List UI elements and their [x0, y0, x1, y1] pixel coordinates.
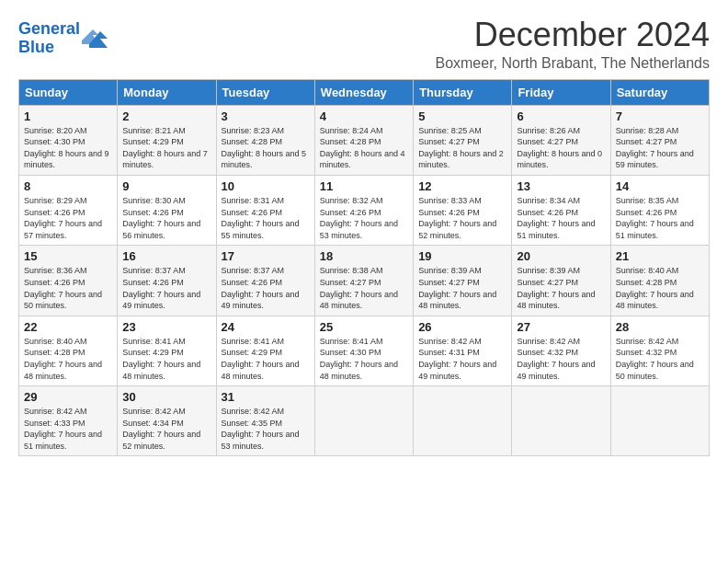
- day-cell-18: 18Sunrise: 8:38 AMSunset: 4:27 PMDayligh…: [314, 246, 413, 316]
- column-header-friday: Friday: [512, 79, 610, 105]
- day-detail: Sunrise: 8:41 AMSunset: 4:30 PMDaylight:…: [320, 336, 408, 382]
- day-detail: Sunrise: 8:31 AMSunset: 4:26 PMDaylight:…: [222, 195, 310, 241]
- day-detail: Sunrise: 8:39 AMSunset: 4:27 PMDaylight:…: [517, 265, 605, 311]
- day-cell-2: 2Sunrise: 8:21 AMSunset: 4:29 PMDaylight…: [118, 105, 216, 175]
- day-detail: Sunrise: 8:32 AMSunset: 4:26 PMDaylight:…: [320, 195, 408, 241]
- day-cell-5: 5Sunrise: 8:25 AMSunset: 4:27 PMDaylight…: [414, 105, 512, 175]
- column-header-wednesday: Wednesday: [314, 79, 413, 105]
- day-cell-26: 26Sunrise: 8:42 AMSunset: 4:31 PMDayligh…: [414, 316, 512, 385]
- day-number: 17: [222, 249, 310, 263]
- day-detail: Sunrise: 8:21 AMSunset: 4:29 PMDaylight:…: [122, 125, 210, 171]
- header: General Blue December 2024 Boxmeer, Nort…: [18, 17, 710, 72]
- day-detail: Sunrise: 8:42 AMSunset: 4:33 PMDaylight:…: [24, 406, 112, 452]
- day-cell-30: 30Sunrise: 8:42 AMSunset: 4:34 PMDayligh…: [118, 386, 216, 456]
- week-row-1: 1Sunrise: 8:20 AMSunset: 4:30 PMDaylight…: [19, 105, 710, 175]
- day-number: 21: [616, 249, 704, 263]
- day-number: 8: [24, 179, 112, 193]
- logo: General Blue: [18, 20, 108, 57]
- day-detail: Sunrise: 8:42 AMSunset: 4:32 PMDaylight:…: [616, 336, 704, 382]
- day-cell-7: 7Sunrise: 8:28 AMSunset: 4:27 PMDaylight…: [610, 105, 709, 175]
- day-number: 28: [616, 320, 704, 334]
- logo-line2: Blue: [18, 38, 54, 56]
- day-cell-10: 10Sunrise: 8:31 AMSunset: 4:26 PMDayligh…: [216, 175, 314, 245]
- day-number: 26: [418, 320, 506, 334]
- day-cell-21: 21Sunrise: 8:40 AMSunset: 4:28 PMDayligh…: [610, 246, 709, 316]
- day-cell-14: 14Sunrise: 8:35 AMSunset: 4:26 PMDayligh…: [610, 175, 709, 245]
- day-cell-29: 29Sunrise: 8:42 AMSunset: 4:33 PMDayligh…: [19, 386, 118, 456]
- day-cell-19: 19Sunrise: 8:39 AMSunset: 4:27 PMDayligh…: [414, 246, 512, 316]
- day-cell-11: 11Sunrise: 8:32 AMSunset: 4:26 PMDayligh…: [314, 175, 413, 245]
- week-row-4: 22Sunrise: 8:40 AMSunset: 4:28 PMDayligh…: [19, 316, 710, 385]
- empty-cell: [610, 386, 709, 456]
- day-number: 24: [222, 320, 310, 334]
- empty-cell: [512, 386, 610, 456]
- day-detail: Sunrise: 8:42 AMSunset: 4:34 PMDaylight:…: [122, 406, 210, 452]
- day-cell-23: 23Sunrise: 8:41 AMSunset: 4:29 PMDayligh…: [118, 316, 216, 385]
- day-number: 31: [222, 390, 310, 404]
- day-number: 19: [418, 249, 506, 263]
- column-header-sunday: Sunday: [19, 79, 118, 105]
- day-number: 5: [418, 109, 506, 123]
- day-cell-28: 28Sunrise: 8:42 AMSunset: 4:32 PMDayligh…: [610, 316, 709, 385]
- day-cell-20: 20Sunrise: 8:39 AMSunset: 4:27 PMDayligh…: [512, 246, 610, 316]
- day-number: 16: [122, 249, 210, 263]
- day-number: 12: [418, 179, 506, 193]
- day-cell-15: 15Sunrise: 8:36 AMSunset: 4:26 PMDayligh…: [19, 246, 118, 316]
- day-cell-3: 3Sunrise: 8:23 AMSunset: 4:28 PMDaylight…: [216, 105, 314, 175]
- day-number: 20: [517, 249, 605, 263]
- day-detail: Sunrise: 8:29 AMSunset: 4:26 PMDaylight:…: [24, 195, 112, 241]
- day-detail: Sunrise: 8:20 AMSunset: 4:30 PMDaylight:…: [24, 125, 112, 171]
- day-cell-6: 6Sunrise: 8:26 AMSunset: 4:27 PMDaylight…: [512, 105, 610, 175]
- day-number: 27: [517, 320, 605, 334]
- day-number: 29: [24, 390, 112, 404]
- day-detail: Sunrise: 8:28 AMSunset: 4:27 PMDaylight:…: [616, 125, 704, 171]
- day-detail: Sunrise: 8:35 AMSunset: 4:26 PMDaylight:…: [616, 195, 704, 241]
- day-cell-8: 8Sunrise: 8:29 AMSunset: 4:26 PMDaylight…: [19, 175, 118, 245]
- column-header-tuesday: Tuesday: [216, 79, 314, 105]
- column-header-monday: Monday: [118, 79, 216, 105]
- day-number: 10: [222, 179, 310, 193]
- day-number: 18: [320, 249, 408, 263]
- day-number: 25: [320, 320, 408, 334]
- day-detail: Sunrise: 8:26 AMSunset: 4:27 PMDaylight:…: [517, 125, 605, 171]
- day-detail: Sunrise: 8:37 AMSunset: 4:26 PMDaylight:…: [222, 265, 310, 311]
- day-number: 2: [122, 109, 210, 123]
- day-detail: Sunrise: 8:42 AMSunset: 4:32 PMDaylight:…: [517, 336, 605, 382]
- logo-icon: [82, 28, 108, 48]
- day-detail: Sunrise: 8:23 AMSunset: 4:28 PMDaylight:…: [222, 125, 310, 171]
- week-row-5: 29Sunrise: 8:42 AMSunset: 4:33 PMDayligh…: [19, 386, 710, 456]
- week-row-3: 15Sunrise: 8:36 AMSunset: 4:26 PMDayligh…: [19, 246, 710, 316]
- day-detail: Sunrise: 8:30 AMSunset: 4:26 PMDaylight:…: [122, 195, 210, 241]
- day-cell-27: 27Sunrise: 8:42 AMSunset: 4:32 PMDayligh…: [512, 316, 610, 385]
- day-number: 14: [616, 179, 704, 193]
- day-number: 3: [222, 109, 310, 123]
- column-header-thursday: Thursday: [414, 79, 512, 105]
- day-number: 7: [616, 109, 704, 123]
- week-row-2: 8Sunrise: 8:29 AMSunset: 4:26 PMDaylight…: [19, 175, 710, 245]
- day-detail: Sunrise: 8:41 AMSunset: 4:29 PMDaylight:…: [122, 336, 210, 382]
- day-detail: Sunrise: 8:38 AMSunset: 4:27 PMDaylight:…: [320, 265, 408, 311]
- day-cell-25: 25Sunrise: 8:41 AMSunset: 4:30 PMDayligh…: [314, 316, 413, 385]
- day-number: 4: [320, 109, 408, 123]
- empty-cell: [414, 386, 512, 456]
- day-number: 23: [122, 320, 210, 334]
- day-cell-9: 9Sunrise: 8:30 AMSunset: 4:26 PMDaylight…: [118, 175, 216, 245]
- day-number: 22: [24, 320, 112, 334]
- day-cell-4: 4Sunrise: 8:24 AMSunset: 4:28 PMDaylight…: [314, 105, 413, 175]
- day-cell-1: 1Sunrise: 8:20 AMSunset: 4:30 PMDaylight…: [19, 105, 118, 175]
- day-detail: Sunrise: 8:40 AMSunset: 4:28 PMDaylight:…: [24, 336, 112, 382]
- day-number: 15: [24, 249, 112, 263]
- title-block: December 2024 Boxmeer, North Brabant, Th…: [435, 17, 710, 72]
- day-cell-12: 12Sunrise: 8:33 AMSunset: 4:26 PMDayligh…: [414, 175, 512, 245]
- day-number: 30: [122, 390, 210, 404]
- day-cell-13: 13Sunrise: 8:34 AMSunset: 4:26 PMDayligh…: [512, 175, 610, 245]
- day-detail: Sunrise: 8:36 AMSunset: 4:26 PMDaylight:…: [24, 265, 112, 311]
- day-detail: Sunrise: 8:37 AMSunset: 4:26 PMDaylight:…: [122, 265, 210, 311]
- day-number: 13: [517, 179, 605, 193]
- day-detail: Sunrise: 8:42 AMSunset: 4:35 PMDaylight:…: [222, 406, 310, 452]
- day-detail: Sunrise: 8:42 AMSunset: 4:31 PMDaylight:…: [418, 336, 506, 382]
- calendar-header-row: SundayMondayTuesdayWednesdayThursdayFrid…: [19, 79, 710, 105]
- page: General Blue December 2024 Boxmeer, Nort…: [0, 0, 728, 465]
- day-number: 11: [320, 179, 408, 193]
- empty-cell: [314, 386, 413, 456]
